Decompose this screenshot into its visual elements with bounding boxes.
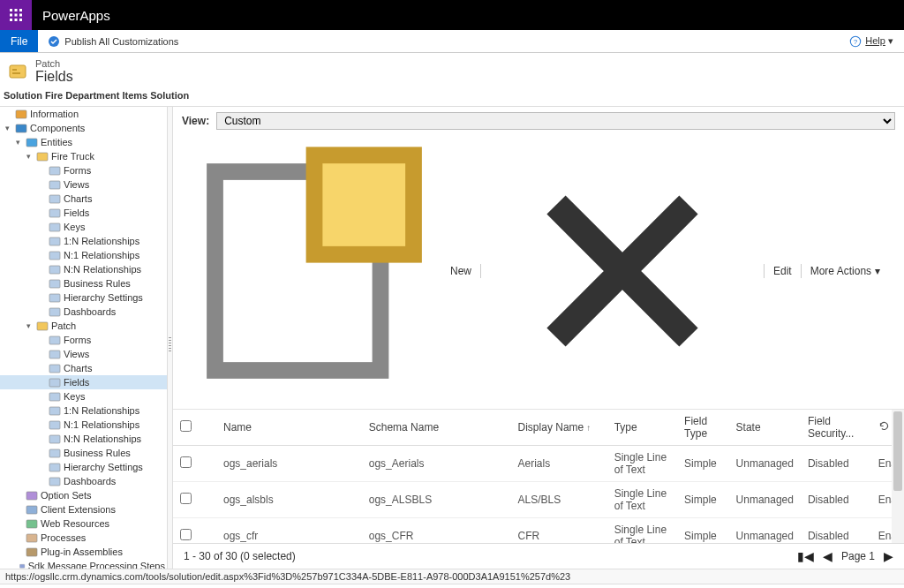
tree-node-label: Dashboards [64,306,116,317]
svg-rect-38 [49,435,60,443]
svg-rect-41 [49,478,60,486]
tree-expander-icon[interactable]: ▾ [23,151,34,162]
svg-rect-3 [10,14,12,17]
tree-expander-icon[interactable]: ▾ [12,137,23,147]
svg-rect-8 [19,19,22,21]
tree-node-icon [49,178,61,191]
tree-node-label: Dashboards [64,476,116,486]
svg-rect-12 [10,65,26,78]
tree-components[interactable]: ▾Components [0,121,167,135]
col-schema[interactable]: Schema Name [362,410,511,446]
solution-tree[interactable]: Information▾Components▾Entities▾Fire Tru… [0,107,168,569]
tree-patch-charts[interactable]: Charts [0,361,167,375]
tree-patch-keys[interactable]: Keys [0,389,167,403]
publish-all-button[interactable]: Publish All Customizations [64,36,178,47]
tree-firetruck-biz_rules[interactable]: Business Rules [0,276,167,290]
tree-firetruck-hierarchy[interactable]: Hierarchy Settings [0,290,167,305]
tree-patch[interactable]: ▾Patch [0,319,167,333]
table-row[interactable]: ogs_alsblsogs_ALSBLSALS/BLSSingle Line o… [173,481,904,517]
tree-patch-biz_rules[interactable]: Business Rules [0,446,167,460]
tree-node-label: Hierarchy Settings [64,462,143,472]
page-title: Fields [35,69,73,85]
chevron-down-icon: ▾ [875,265,880,277]
more-actions-menu[interactable]: More Actions ▾ [810,265,880,277]
cell-type: Single Line of Text [607,481,677,517]
tree-firetruck-keys[interactable]: Keys [0,220,167,234]
tree-node-label: N:N Relationships [64,433,141,444]
tree-patch-views[interactable]: Views [0,347,167,361]
cell-state: Unmanaged [729,445,801,481]
svg-rect-0 [10,9,12,11]
col-state[interactable]: State [729,410,801,446]
row-checkbox[interactable] [180,493,192,504]
tree-client_ext[interactable]: Client Extensions [0,502,167,516]
select-all-checkbox[interactable] [180,420,192,432]
pager-next[interactable]: ▶ [884,549,893,563]
tree-firetruck-rel_nn[interactable]: N:N Relationships [0,262,167,276]
cell-fieldsec: Disabled [801,517,871,543]
tree-plugin_asm[interactable]: Plug-in Assemblies [0,545,167,559]
tree-node-icon [26,546,38,558]
tree-firetruck-rel_1n[interactable]: 1:N Relationships [0,234,167,248]
col-type[interactable]: Type [607,410,677,446]
new-button[interactable]: New [182,139,471,403]
svg-rect-1 [15,9,18,11]
tree-firetruck-views[interactable]: Views [0,177,167,192]
tree-patch-rel_n1[interactable]: N:1 Relationships [0,418,167,432]
col-name[interactable]: Name [216,410,362,446]
table-row[interactable]: ogs_cfrogs_CFRCFRSingle Line of TextSimp… [173,517,904,543]
svg-rect-17 [26,139,37,147]
svg-rect-24 [49,237,60,245]
tree-node-icon [49,447,61,459]
col-fieldsec[interactable]: Field Security... [801,410,871,446]
tree-firetruck-dashboards[interactable]: Dashboards [0,305,167,319]
breadcrumb-parent[interactable]: Patch [35,58,73,69]
tree-expander-icon[interactable]: ▾ [23,320,34,331]
svg-rect-39 [49,449,60,457]
tree-entities[interactable]: ▾Entities [0,135,167,149]
tree-option_sets[interactable]: Option Sets [0,488,167,502]
tree-node-icon [49,433,61,445]
tree-node-label: 1:N Relationships [64,236,139,246]
tree-node-icon [26,517,38,530]
tree-patch-fields[interactable]: Fields [0,375,167,389]
delete-icon [490,139,755,403]
tree-patch-dashboards[interactable]: Dashboards [0,474,167,488]
view-select[interactable]: Custom [216,112,895,130]
tree-patch-forms[interactable]: Forms [0,333,167,347]
tree-patch-hierarchy[interactable]: Hierarchy Settings [0,460,167,474]
delete-button[interactable] [490,139,755,403]
tree-information[interactable]: Information [0,107,167,121]
tree-node-icon [26,503,38,516]
svg-rect-13 [12,69,17,71]
tree-expander-icon[interactable]: ▾ [2,123,12,133]
file-tab[interactable]: File [0,30,38,52]
tree-processes[interactable]: Processes [0,531,167,545]
svg-rect-31 [49,336,60,344]
pager-summary: 1 - 30 of 30 (0 selected) [184,550,296,562]
table-row[interactable]: ogs_aerialsogs_AerialsAerialsSingle Line… [173,445,904,481]
pager: 1 - 30 of 30 (0 selected) ▮◀ ◀ Page 1 ▶ [173,543,904,569]
help-link[interactable]: ? Help ▾ [849,35,893,48]
tree-firetruck[interactable]: ▾Fire Truck [0,149,167,163]
fields-grid[interactable]: Name Schema Name Display Name↑ Type Fiel… [173,410,904,543]
tree-node-icon [49,334,61,346]
tree-node-label: Forms [64,165,91,176]
row-checkbox[interactable] [180,529,192,540]
tree-patch-rel_nn[interactable]: N:N Relationships [0,432,167,446]
waffle-icon[interactable] [0,0,32,30]
tree-sdk_steps[interactable]: Sdk Message Processing Steps [0,559,167,569]
tree-firetruck-charts[interactable]: Charts [0,192,167,206]
row-checkbox[interactable] [180,456,192,468]
edit-button[interactable]: Edit [773,265,792,277]
tree-web_resources[interactable]: Web Resources [0,516,167,531]
tree-patch-rel_1n[interactable]: 1:N Relationships [0,403,167,418]
tree-firetruck-rel_n1[interactable]: N:1 Relationships [0,248,167,262]
tree-firetruck-forms[interactable]: Forms [0,163,167,177]
col-display[interactable]: Display Name↑ [511,410,607,446]
vertical-scrollbar[interactable] [892,410,904,543]
pager-prev[interactable]: ◀ [823,549,832,563]
tree-firetruck-fields[interactable]: Fields [0,206,167,220]
pager-first[interactable]: ▮◀ [797,549,814,563]
col-fieldtype[interactable]: Field Type [677,410,728,446]
